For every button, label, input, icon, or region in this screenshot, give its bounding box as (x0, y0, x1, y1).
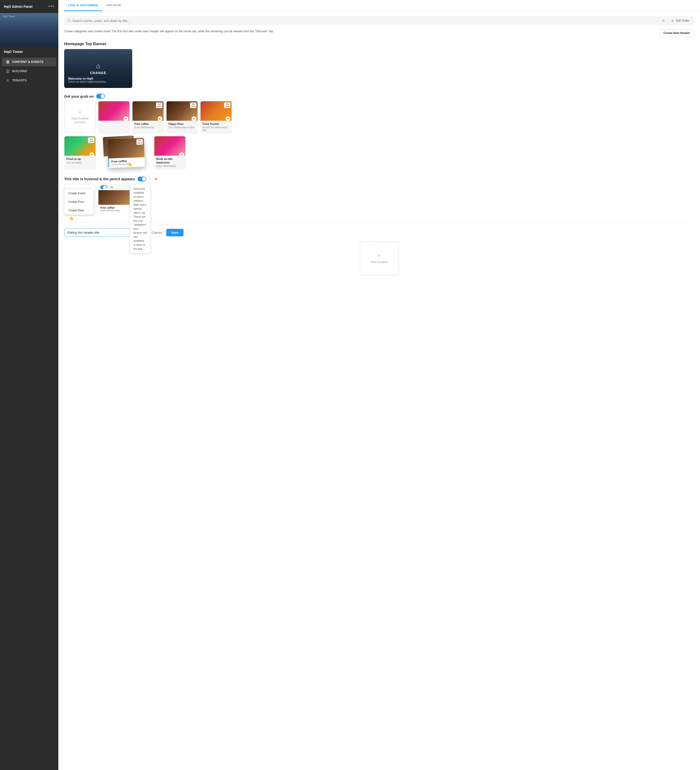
coffee-date-badge: Jul 19-3 (156, 102, 162, 108)
context-create-deal[interactable]: Create Deal (65, 206, 93, 215)
new-content-bottom-label: New Content (371, 260, 387, 264)
content-card-happy-hour[interactable]: Jul 19-3 ✏ Happy Hour This Wednesday at … (166, 101, 198, 134)
sidebar-item-building[interactable]: BUILDING (2, 67, 57, 76)
person-icon (6, 78, 10, 82)
sidebar-header: HqO Admin Panel ••• (0, 0, 58, 13)
happy-hour-subtitle: This Wednesday at 6pm (169, 126, 196, 129)
cancel-button[interactable]: Cancel (149, 229, 164, 236)
context-create-event[interactable]: Create Event (65, 189, 93, 198)
coffee-card-info: Free coffee Every Wednesday (133, 121, 164, 131)
search-divider (667, 19, 667, 23)
content-area: ✕ Edit Order Create categories and conte… (58, 11, 700, 770)
grub-second-row: Jul 19-3 ✏ Food co-op Join us today! (64, 136, 694, 170)
manicures-title: Book on-site manicures (156, 157, 183, 164)
building-icon (6, 69, 10, 73)
sidebar-item-label-tenants: TENANTS (12, 79, 27, 82)
edit-order-label: Edit Order (676, 19, 689, 23)
building-name[interactable]: HqO Tower (0, 47, 58, 55)
save-button[interactable]: Save (166, 229, 183, 236)
homepage-banner-section-title: Homepage Top Banner (64, 42, 694, 46)
building-image (0, 13, 58, 47)
card-small-toggle[interactable] (100, 185, 107, 189)
hovered-card-image (99, 190, 130, 205)
search-bar: ✕ Edit Order (64, 16, 694, 25)
happy-hour-card-info: Happy Hour This Wednesday at 6pm (167, 121, 198, 131)
banner-subtitle: Check out what's happening below... (68, 81, 107, 83)
new-content-bottom-card[interactable]: + New Content (360, 241, 399, 275)
svg-line-9 (70, 21, 70, 22)
grub-section: Get your grub on + New Contentor Event ✏ (64, 94, 694, 170)
manicures-edit-pencil[interactable]: ✏ (179, 152, 184, 157)
content-card-coffee[interactable]: Jul 19-3 ✏ Free coffee Every Wednesday (132, 101, 164, 134)
new-content-with-menu: + Create Event Create Post Create Deal 👆 (64, 184, 96, 216)
info-text: Create categories and content here! The … (64, 29, 656, 34)
svg-point-7 (7, 79, 8, 81)
homepage-banner[interactable]: ⌂ CHANGE Welcome to HqO Check out what's… (64, 49, 132, 88)
svg-rect-0 (6, 60, 9, 61)
hovered-delete-icon[interactable]: ✕ (154, 176, 158, 182)
grub-header: Get your grub on (64, 94, 694, 99)
happy-hour-date-badge: Jul 19-3 (190, 102, 196, 108)
banner-change-label: CHANGE (90, 71, 107, 75)
search-clear-button[interactable]: ✕ (662, 18, 665, 23)
hovered-toggle[interactable] (138, 176, 146, 181)
context-menu-cursor: 👆 (69, 216, 74, 220)
nails-card-info (99, 121, 130, 124)
food-coop-subtitle: Join us today! (66, 161, 94, 164)
new-content-label: New Contentor Event (71, 117, 88, 125)
hovered-card-title: Free coffee (100, 206, 128, 209)
content-card-nails[interactable]: ✏ (98, 101, 130, 134)
tab-archive[interactable]: ARCHIVE (102, 0, 125, 11)
sidebar-item-label-building: BUILDING (12, 70, 27, 73)
sidebar: HqO Admin Panel ••• HqO Tower HqO Tower … (0, 0, 58, 770)
main-content: LIVE & UPCOMING ARCHIVE ✕ Edit Order (58, 0, 700, 770)
content-card-manicures[interactable]: ✏ Book on-site manicures Every Wednesday (154, 136, 186, 170)
new-content-bottom-section: + New Content (64, 241, 694, 275)
new-content-event-card[interactable]: + New Contentor Event (64, 101, 96, 133)
hovered-cards-row: + Create Event Create Post Create Deal 👆 (64, 184, 694, 216)
search-input[interactable] (73, 19, 660, 23)
tooltip-card-area: Jul Free coffee Every Wednesday Discount… (98, 184, 130, 214)
layers-icon (6, 60, 10, 64)
new-content-bottom-plus-icon: + (378, 252, 381, 259)
grub-title: Get your grub on (64, 94, 94, 99)
sidebar-item-tenants[interactable]: TENANTS (2, 76, 57, 85)
edit-order-button[interactable]: Edit Order (669, 18, 691, 23)
banner-text-area: Welcome to HqO Check out what's happenin… (68, 77, 107, 83)
food-trucks-title: Food Trucks! (203, 122, 230, 126)
hovered-section: This title is hovered & the pencil appea… (64, 176, 694, 216)
drag-cursor-hand: 👆 (127, 162, 132, 167)
new-content-plus-icon: + (78, 109, 82, 115)
manicures-card-info: Book on-site manicures Every Wednesday (154, 156, 185, 169)
tab-live-upcoming[interactable]: LIVE & UPCOMING (64, 0, 102, 11)
banner-welcome: Welcome to HqO (68, 77, 107, 81)
create-new-header-button[interactable]: Create New Header (659, 29, 694, 37)
svg-rect-1 (6, 62, 9, 62)
content-card-food-trucks[interactable]: Jul 19-3 ✏ Food Trucks! Across the stree… (200, 101, 232, 134)
food-coop-edit-pencil[interactable]: ✏ (89, 152, 94, 157)
context-create-post[interactable]: Create Post (65, 198, 93, 206)
hovered-coffee-card[interactable]: Jul Free coffee Every Wednesday (98, 184, 130, 214)
food-coop-title: Food co-op (66, 157, 94, 160)
floating-card-image: Jul 19-3 (107, 138, 144, 159)
hovered-pencil-icon[interactable]: ✏ (149, 177, 152, 181)
svg-rect-4 (7, 71, 8, 73)
app-menu-dots[interactable]: ••• (49, 4, 54, 9)
floating-date-badge: Jul 19-3 (136, 139, 143, 145)
grub-toggle[interactable] (96, 94, 105, 99)
bottom-spacer (64, 275, 694, 285)
food-trucks-subtitle: Across the street every day (203, 126, 230, 131)
happy-hour-title: Happy Hour (169, 122, 196, 126)
svg-rect-2 (6, 63, 9, 63)
food-trucks-date-badge: Jul 19-3 (224, 102, 230, 108)
drag-floating-card[interactable]: Jul 19-3 Free coffee Every Wednesday (107, 138, 145, 168)
hovered-title: This title is hovered & the pencil appea… (64, 177, 135, 181)
editing-header-area: Cancel Save (64, 228, 694, 236)
content-card-food-coop[interactable]: Jul 19-3 ✏ Food co-op Join us today! (64, 136, 96, 170)
building-small-label: HqO Tower (3, 15, 15, 18)
context-menu: Create Event Create Post Create Deal (64, 189, 93, 215)
sidebar-item-content-events[interactable]: CONTENT & EVENTS (2, 58, 57, 66)
grub-content-grid: + New Contentor Event ✏ Jul 19-3 ✏ (64, 101, 694, 134)
card-toggle-row: Jul (99, 184, 130, 190)
food-coop-card-info: Food co-op Join us today! (65, 156, 96, 166)
